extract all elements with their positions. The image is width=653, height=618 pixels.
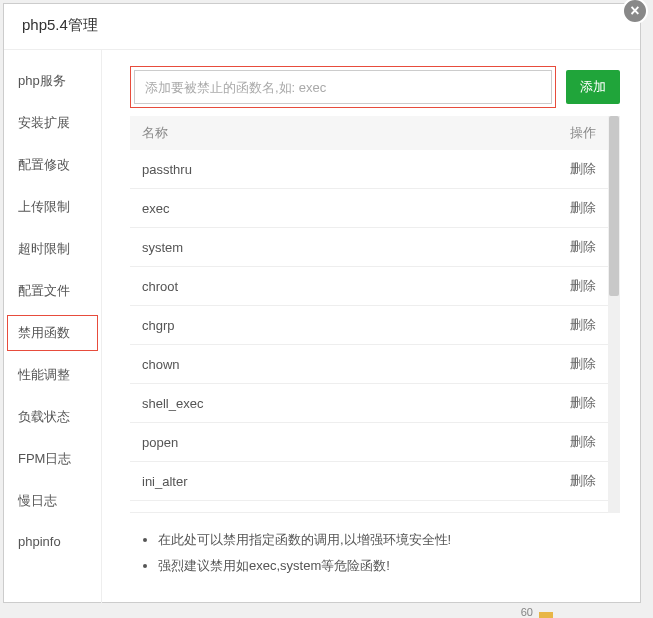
function-name: exec (130, 189, 432, 228)
delete-link[interactable]: 删除 (432, 306, 608, 345)
function-name: popen (130, 423, 432, 462)
function-name: ini_alter (130, 462, 432, 501)
delete-link[interactable]: 删除 (432, 345, 608, 384)
php-manage-modal: × php5.4管理 php服务安装扩展配置修改上传限制超时限制配置文件禁用函数… (3, 3, 641, 603)
delete-link[interactable]: 删除 (432, 267, 608, 306)
table-row: chgrp删除 (130, 306, 608, 345)
table-wrap: 名称 操作 passthru删除exec删除system删除chroot删除ch… (130, 116, 620, 513)
sidebar-item-11[interactable]: phpinfo (4, 522, 101, 561)
close-glyph: × (630, 2, 639, 20)
function-name-input[interactable] (134, 70, 552, 104)
footer-artifact: 60 (521, 606, 533, 618)
table-row: chown删除 (130, 345, 608, 384)
sidebar: php服务安装扩展配置修改上传限制超时限制配置文件禁用函数性能调整负载状态FPM… (4, 50, 102, 603)
modal-body: php服务安装扩展配置修改上传限制超时限制配置文件禁用函数性能调整负载状态FPM… (4, 50, 640, 603)
scrollbar-thumb[interactable] (609, 116, 619, 296)
footer-bar (539, 612, 553, 618)
delete-link[interactable]: 删除 (432, 150, 608, 189)
input-highlight (130, 66, 556, 108)
close-icon[interactable]: × (622, 0, 648, 24)
table-row: ini_alter删除 (130, 462, 608, 501)
function-name: shell_exec (130, 384, 432, 423)
notes: 在此处可以禁用指定函数的调用,以增强环境安全性!强烈建议禁用如exec,syst… (130, 531, 620, 583)
sidebar-item-9[interactable]: FPM日志 (4, 438, 101, 480)
sidebar-item-2[interactable]: 配置修改 (4, 144, 101, 186)
sidebar-item-7[interactable]: 性能调整 (4, 354, 101, 396)
col-name: 名称 (130, 116, 432, 150)
sidebar-item-8[interactable]: 负载状态 (4, 396, 101, 438)
delete-link[interactable]: 删除 (432, 228, 608, 267)
modal-title: php5.4管理 (4, 4, 640, 50)
table-row: shell_exec删除 (130, 384, 608, 423)
sidebar-item-3[interactable]: 上传限制 (4, 186, 101, 228)
delete-link[interactable]: 删除 (432, 384, 608, 423)
content-area: 添加 名称 操作 passthru删除exec删除system删除chroot删… (102, 50, 640, 603)
scrollbar-track[interactable] (608, 116, 620, 513)
delete-link[interactable]: 删除 (432, 423, 608, 462)
function-name: chroot (130, 267, 432, 306)
function-name: chown (130, 345, 432, 384)
sidebar-item-6[interactable]: 禁用函数 (4, 312, 101, 354)
table-row: chroot删除 (130, 267, 608, 306)
function-name: passthru (130, 150, 432, 189)
sidebar-item-4[interactable]: 超时限制 (4, 228, 101, 270)
delete-link[interactable]: 删除 (432, 189, 608, 228)
sidebar-item-5[interactable]: 配置文件 (4, 270, 101, 312)
table-row: exec删除 (130, 189, 608, 228)
table-scroll: 名称 操作 passthru删除exec删除system删除chroot删除ch… (130, 116, 608, 513)
function-name: chgrp (130, 306, 432, 345)
col-action: 操作 (432, 116, 608, 150)
function-name: system (130, 228, 432, 267)
sidebar-item-10[interactable]: 慢日志 (4, 480, 101, 522)
disabled-functions-table: 名称 操作 passthru删除exec删除system删除chroot删除ch… (130, 116, 608, 501)
input-row: 添加 (130, 66, 620, 108)
table-row: popen删除 (130, 423, 608, 462)
note-item: 在此处可以禁用指定函数的调用,以增强环境安全性! (158, 531, 620, 549)
sidebar-item-1[interactable]: 安装扩展 (4, 102, 101, 144)
sidebar-item-0[interactable]: php服务 (4, 60, 101, 102)
note-item: 强烈建议禁用如exec,system等危险函数! (158, 557, 620, 575)
table-row: passthru删除 (130, 150, 608, 189)
add-button[interactable]: 添加 (566, 70, 620, 104)
delete-link[interactable]: 删除 (432, 462, 608, 501)
table-row: system删除 (130, 228, 608, 267)
